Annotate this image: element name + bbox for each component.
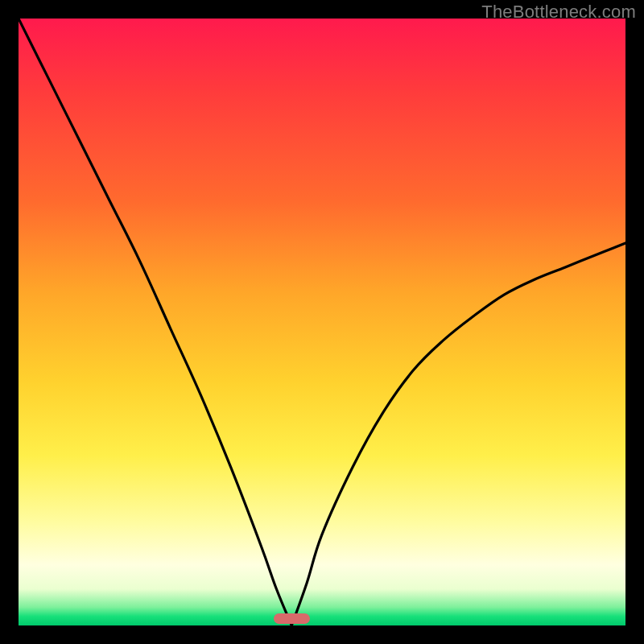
- curve-left-branch: [19, 19, 291, 625]
- plot-area: [19, 19, 625, 625]
- chart-frame: TheBottleneck.com: [0, 0, 644, 644]
- bottleneck-marker: [274, 613, 310, 624]
- curve-right-branch: [291, 243, 625, 625]
- curve-layer: [19, 19, 625, 625]
